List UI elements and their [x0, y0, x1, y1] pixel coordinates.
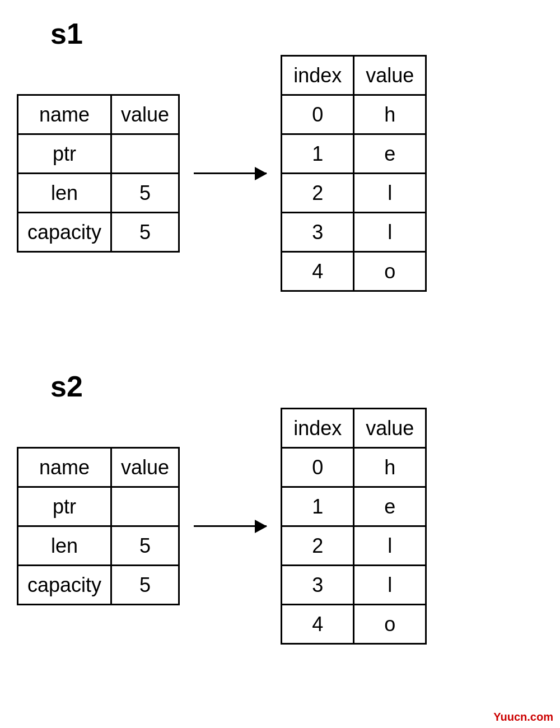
array-index-1: 1 [282, 487, 354, 526]
array-value-1: e [354, 487, 426, 526]
table-row: index value [282, 409, 426, 448]
array-index-3: 3 [282, 213, 354, 252]
array-value-3: l [354, 566, 426, 605]
struct-ptr-name: ptr [18, 134, 111, 174]
table-row: 0 h [282, 95, 426, 134]
table-row: 1 e [282, 134, 426, 174]
struct-capacity-name: capacity [18, 213, 111, 252]
array-header-value: value [354, 56, 426, 95]
table-row: index value [282, 56, 426, 95]
table-row: capacity 5 [18, 566, 179, 605]
table-row: name value [18, 448, 179, 487]
table-row: 3 l [282, 566, 426, 605]
struct-capacity-name: capacity [18, 566, 111, 605]
arrow-line [194, 525, 267, 527]
struct-capacity-value: 5 [111, 213, 179, 252]
struct-len-value: 5 [111, 526, 179, 566]
array-index-0: 0 [282, 448, 354, 487]
struct-header-name: name [18, 95, 111, 134]
array-value-4: o [354, 252, 426, 291]
watermark: Yuucn.com [493, 711, 553, 724]
array-value-2: l [354, 174, 426, 213]
array-value-4: o [354, 605, 426, 644]
array-index-4: 4 [282, 252, 354, 291]
array-value-0: h [354, 448, 426, 487]
arrow-line [194, 172, 267, 174]
table-row: capacity 5 [18, 213, 179, 252]
section1-struct-table: name value ptr len 5 capacity 5 [17, 94, 180, 253]
table-row: ptr [18, 487, 179, 526]
section1: s1 name value ptr len 5 capacity 5 [17, 17, 427, 292]
section2-struct-table: name value ptr len 5 capacity 5 [17, 447, 180, 605]
struct-ptr-name: ptr [18, 487, 111, 526]
array-index-3: 3 [282, 566, 354, 605]
struct-header-name: name [18, 448, 111, 487]
array-header-index: index [282, 409, 354, 448]
array-index-2: 2 [282, 174, 354, 213]
table-row: 0 h [282, 448, 426, 487]
table-row: 2 l [282, 526, 426, 566]
section2-array-table: index value 0 h 1 e 2 l 3 l 4 o [281, 408, 427, 645]
array-index-4: 4 [282, 605, 354, 644]
array-index-1: 1 [282, 134, 354, 174]
section2: s2 name value ptr len 5 capacity 5 [17, 370, 427, 645]
section1-diagram-row: name value ptr len 5 capacity 5 index [17, 55, 427, 292]
array-header-value: value [354, 409, 426, 448]
table-row: 2 l [282, 174, 426, 213]
array-index-2: 2 [282, 526, 354, 566]
array-value-1: e [354, 134, 426, 174]
struct-len-value: 5 [111, 174, 179, 213]
section1-title: s1 [50, 17, 83, 50]
table-row: name value [18, 95, 179, 134]
array-index-0: 0 [282, 95, 354, 134]
struct-ptr-value [111, 134, 179, 174]
struct-header-value: value [111, 448, 179, 487]
section2-diagram-row: name value ptr len 5 capacity 5 index [17, 408, 427, 645]
table-row: 4 o [282, 252, 426, 291]
struct-capacity-value: 5 [111, 566, 179, 605]
struct-ptr-value [111, 487, 179, 526]
table-row: len 5 [18, 526, 179, 566]
table-row: 3 l [282, 213, 426, 252]
struct-len-name: len [18, 174, 111, 213]
section1-array-table: index value 0 h 1 e 2 l 3 l 4 o [281, 55, 427, 292]
array-value-3: l [354, 213, 426, 252]
table-row: 1 e [282, 487, 426, 526]
table-row: len 5 [18, 174, 179, 213]
section1-arrow [180, 172, 281, 174]
array-header-index: index [282, 56, 354, 95]
section2-title: s2 [50, 370, 83, 403]
section2-arrow [180, 525, 281, 527]
array-value-0: h [354, 95, 426, 134]
table-row: 4 o [282, 605, 426, 644]
table-row: ptr [18, 134, 179, 174]
struct-header-value: value [111, 95, 179, 134]
array-value-2: l [354, 526, 426, 566]
struct-len-name: len [18, 526, 111, 566]
